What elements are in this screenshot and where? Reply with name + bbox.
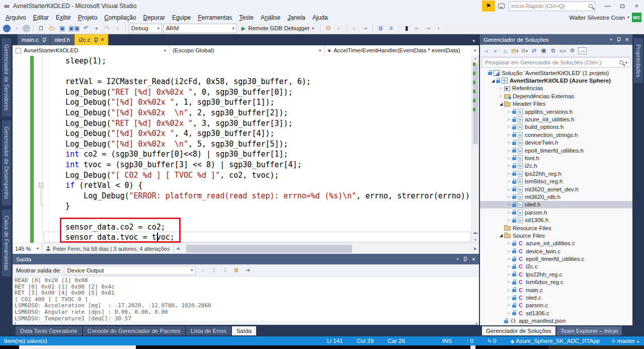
expand-arrow-icon[interactable]: ▷ (506, 133, 512, 137)
next-bookmark-icon[interactable]: ⇥ (423, 24, 432, 33)
code-line[interactable]: Log_Debug("[%d] 0x%02x \n", 2, sgp30_buf… (47, 108, 471, 118)
code-line[interactable]: int co2 = (sgp30_buffer[0]<<8) | sgp30_b… (47, 149, 471, 160)
expand-arrow-icon[interactable]: ▷ (506, 195, 512, 199)
code-line[interactable]: Log_Debug("RET [%d] 0x%02x ", 3, sgp30_b… (47, 118, 471, 129)
doc-tab-i2c-c[interactable]: i2c.c× (74, 34, 108, 45)
close-button[interactable]: × (629, 1, 644, 12)
scroll-left-icon[interactable]: ◀ (14, 321, 16, 325)
back-caret-icon[interactable]: ▾ (12, 24, 21, 33)
toolbar-overflow-icon[interactable]: ▾ (434, 24, 443, 33)
forward-icon[interactable]: ► (492, 48, 499, 54)
panel-tab-sa-da[interactable]: Saída (232, 326, 256, 335)
pin-icon[interactable] (463, 256, 467, 262)
notifications-flag-button[interactable]: ⚑ (482, 1, 495, 12)
tree-item-sd1306-h[interactable]: ▷hsd1306.h (480, 216, 632, 224)
side-tab-gerenciador-de-desempenho[interactable]: Gerenciador de Desempenho (2, 120, 11, 205)
project-dropdown[interactable]: AvnetStarterKitOLED ▾ (13, 45, 170, 55)
solution-tree[interactable]: Solução 'AvnetStarterKitOLED' (1 projeto… (480, 68, 632, 325)
scope-dropdown[interactable]: (Escopo Global) ▾ (170, 45, 325, 55)
save-icon[interactable]: ▣ (58, 24, 67, 33)
tree-item-applibs-versions-h[interactable]: ▷happlibs_versions.h (480, 108, 632, 115)
tree-item-source-files[interactable]: ◢Source Files (480, 232, 632, 239)
fold-collapse-icon[interactable]: − (39, 183, 43, 187)
tree-item-depend-ncias-externas[interactable]: ▷Dependências Externas (480, 92, 632, 100)
code-line[interactable]: } (47, 201, 471, 212)
expand-arrow-icon[interactable]: ◢ (490, 79, 496, 83)
code-pane[interactable]: sleep(1); retVal = I2CMaster_Read(i2cFd,… (47, 56, 471, 243)
bookmark-icon[interactable]: ▮ (402, 24, 411, 33)
pin-icon[interactable] (42, 37, 46, 43)
tree-item-header-files[interactable]: ◢Header Files (480, 100, 632, 108)
menu-projeto[interactable]: Projeto (74, 13, 101, 22)
close-icon[interactable]: × (101, 37, 104, 42)
properties-icon[interactable]: ▣ (540, 47, 547, 54)
expand-arrow-icon[interactable]: ▷ (506, 110, 512, 114)
pending-changes-filter-icon[interactable]: ⊙▾ (521, 47, 528, 54)
expand-arrow-icon[interactable]: ▷ (506, 117, 512, 121)
solution-configuration-combo[interactable]: Debug ▾ (129, 24, 162, 33)
expand-arrow-icon[interactable]: ◢ (498, 102, 504, 106)
tree-item-solu-o-avnetstarterkitoled-1-projeto[interactable]: Solução 'AvnetStarterKitOLED' (1 projeto… (480, 69, 632, 77)
expand-arrow-icon[interactable]: ▷ (506, 211, 512, 215)
quick-launch-input[interactable] (511, 3, 589, 9)
tree-item-oled-c[interactable]: ▷Coled.c (480, 294, 632, 301)
close-icon[interactable]: × (471, 255, 475, 263)
code-line[interactable]: if (retVal < 0) { (47, 180, 471, 191)
output-panel-header[interactable]: Saída ▾ × (13, 254, 479, 264)
save-all-icon[interactable]: ▣▣ (68, 24, 80, 33)
find-in-files-icon[interactable]: ⌕ (350, 24, 359, 33)
menu-equipe[interactable]: Equipe (169, 13, 194, 22)
tree-item-azure-iot-utilities-c[interactable]: ▷Cazure_iot_utilities.c (480, 240, 632, 247)
tree-item-font-h[interactable]: ▷hfont.h (480, 154, 632, 162)
tree-item-device-twin-c[interactable]: ▷Cdevice_twin.c (480, 247, 632, 255)
restore-button[interactable] (615, 1, 629, 12)
tree-item-oled-h[interactable]: ▷holed.h (480, 201, 632, 208)
collapse-all-icon[interactable]: — (578, 47, 587, 54)
signed-in-user[interactable]: Walter Silvestre Coan (569, 15, 625, 21)
menu-an-lise[interactable]: Análise (257, 13, 284, 22)
expand-arrow-icon[interactable]: ▷ (506, 311, 512, 315)
scroll-down-icon[interactable]: ▼ (472, 238, 479, 242)
panel-tab-data-tools-operations[interactable]: Data Tools Operations (16, 326, 82, 335)
tree-item-resource-files[interactable]: Resource Files (480, 224, 632, 232)
tree-item-main-c[interactable]: ▷Cmain.c (480, 286, 632, 294)
uncommitted-edits-indicator[interactable]: ✎0 (480, 338, 504, 344)
window-position-caret-icon[interactable]: ▾ (610, 37, 612, 42)
clear-all-icon[interactable]: ≣ (232, 267, 240, 273)
codelens-authors-info[interactable]: Peter Fenn, há 58 dias | 3 autores, 4 al… (42, 243, 174, 254)
menu-compila-o[interactable]: Compilação (101, 13, 139, 22)
expand-arrow-icon[interactable]: ▷ (506, 149, 512, 153)
undo-icon[interactable]: ↶ (82, 24, 91, 33)
expand-arrow-icon[interactable]: ▷ (506, 218, 512, 222)
feedback-icon[interactable] (498, 4, 505, 9)
code-line[interactable]: Log_Debug("[ CO2 %d ] [ TVOC %d ]", co2,… (47, 170, 471, 181)
view-code-icon[interactable]: <> (559, 48, 566, 54)
pin-icon[interactable] (616, 37, 620, 42)
tree-item-refer-ncias[interactable]: ▷Referências (480, 85, 632, 92)
expand-arrow-icon[interactable]: ▷ (506, 264, 512, 268)
tree-item-avnetstarterkitoled-azure-sphere[interactable]: ◢AvnetStarterKitOLED (Azure Sphere) (480, 77, 632, 84)
scroll-left-icon[interactable]: ◀ (174, 246, 181, 251)
user-menu-caret-icon[interactable]: ▾ (627, 15, 629, 20)
doc-tab-oled-h[interactable]: oled.h (50, 34, 74, 45)
menu-teste[interactable]: Teste (235, 13, 257, 22)
expand-arrow-icon[interactable]: ▷ (506, 257, 512, 261)
member-dropdown[interactable]: ◆ AccelTimerEventHandler(EventData * eve… (325, 45, 479, 55)
expand-arrow-icon[interactable]: ▷ (506, 296, 512, 300)
navigate-to-icon[interactable]: ⇥ (360, 24, 369, 33)
editor-horizontal-scrollbar[interactable] (181, 243, 472, 254)
expand-arrow-icon[interactable]: ▷ (498, 94, 504, 98)
outgoing-commits-indicator[interactable]: ↑0 (459, 338, 480, 344)
menu-arquivo[interactable]: Arquivo (2, 13, 30, 22)
scrollbar-thumb[interactable] (473, 63, 478, 144)
panel-tab-lista-de-erros[interactable]: Lista de Erros (186, 326, 231, 335)
switch-views-icon[interactable]: ▤▾ (511, 47, 518, 54)
side-tab-propriedades[interactable]: Propriedades (634, 38, 643, 83)
expand-arrow-icon[interactable]: ▷ (506, 202, 512, 206)
menu-ferramentas[interactable]: Ferramentas (194, 13, 235, 22)
menu-ajuda[interactable]: Ajuda (309, 13, 332, 22)
scrollbar-thumb[interactable] (186, 245, 352, 253)
minimize-button[interactable]: — (600, 1, 615, 12)
expand-arrow-icon[interactable]: ◢ (498, 233, 504, 238)
branch-indicator[interactable]: ⑂ master ▴ (607, 338, 644, 344)
